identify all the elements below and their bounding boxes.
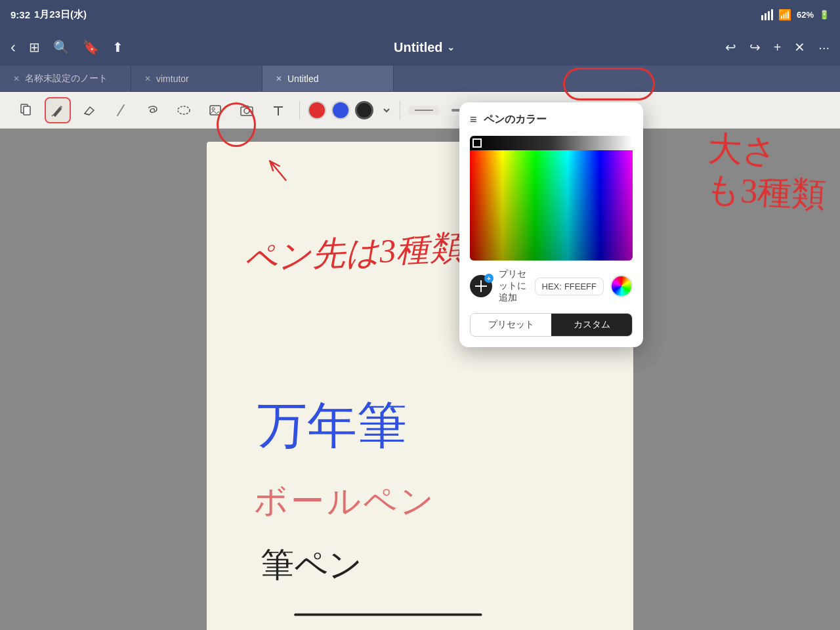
status-right: 📶 62% 🔋 [761,9,830,21]
status-left: 9:32 1月23日(水) [10,9,87,21]
eraser-tool-button[interactable] [76,97,102,123]
more-button[interactable]: ··· [818,40,830,55]
add-preset-label[interactable]: プリセットに追加 [499,268,528,304]
size-small-line [415,110,433,111]
hex-value[interactable]: FFEEFF [564,282,597,291]
page-tool-button[interactable] [13,97,39,123]
add-preset-button[interactable]: + [470,275,492,297]
tab-untitled[interactable]: ✕ Untitled [262,66,394,91]
text-tool-button[interactable] [265,97,291,123]
popup-header: ≡ ペンのカラー [470,113,633,127]
hex-input[interactable]: HEX: FFEEFF [535,278,604,295]
back-button[interactable]: ‹ [10,38,16,56]
svg-text:万年筆: 万年筆 [257,398,407,453]
battery-level: 62% [797,10,814,20]
battery-icon: 🔋 [819,10,830,20]
separator [299,101,300,119]
svg-point-5 [150,110,151,112]
title-chevron: ⌄ [447,42,455,52]
nav-right: ↩ ↪ + ✕ ··· [725,39,830,55]
bookmark-button[interactable]: 🔖 [83,39,99,55]
tab-close-icon[interactable]: ✕ [276,74,282,83]
camera-tool-button[interactable] [234,97,260,123]
signal-icon [761,9,773,20]
tab-label: vimtutor [156,74,189,84]
close-button[interactable]: ✕ [794,39,805,55]
color-red[interactable] [308,101,326,119]
pencil-tool-button[interactable] [108,97,134,123]
preset-tab-button[interactable]: プリセット [471,314,551,336]
svg-line-4 [117,105,124,116]
tab-close-icon[interactable]: ✕ [144,74,151,83]
add-button[interactable]: + [774,40,782,55]
filter-icon: ≡ [470,113,477,127]
share-button[interactable]: ⬆ [112,39,123,55]
custom-tab-button[interactable]: カスタム [551,314,632,336]
hex-label: HEX: [542,282,562,291]
undo-button[interactable]: ↩ [725,39,736,55]
date: 1月23日(水) [34,9,87,21]
redo-button[interactable]: ↪ [749,39,761,55]
canvas-area[interactable]: ペン先は3種類 万年筆 ボールペン 筆ペン [0,129,840,630]
svg-rect-1 [24,106,30,115]
plus-icon: + [484,274,494,283]
svg-text:ボールペン: ボールペン [254,483,436,520]
tab-vimtutor[interactable]: ✕ vimtutor [131,66,262,91]
color-blue[interactable] [331,101,350,119]
svg-point-6 [178,106,190,114]
color-tab-switcher: プリセット カスタム [470,313,633,337]
wifi-icon: 📶 [778,9,791,21]
color-dropdown[interactable] [381,105,392,116]
tab-label: Untitled [287,74,318,84]
lasso-tool-button[interactable] [139,97,165,123]
nav-title: Untitled ⌄ [136,40,712,55]
popup-title: ペンのカラー [484,113,547,127]
tabs-bar: ✕ 名称未設定のノート ✕ vimtutor ✕ Untitled [0,66,840,92]
pen-tool-button[interactable] [45,97,71,123]
tab-meisho[interactable]: ✕ 名称未設定のノート [0,66,131,91]
grid-button[interactable]: ⊞ [29,39,40,55]
color-picker-popup: ≡ ペンのカラー + プリセットに追加 HEX: FFEEFF プリセット カス… [459,102,643,347]
main-area: ペン先は3種類 万年筆 ボールペン 筆ペン [0,129,840,630]
svg-line-2 [52,115,53,116]
status-bar: 9:32 1月23日(水) 📶 62% 🔋 [0,0,840,29]
color-wheel-button[interactable] [610,275,633,297]
nav-bar: ‹ ⊞ 🔍 🔖 ⬆ Untitled ⌄ ↩ ↪ + ✕ ··· [0,29,840,66]
search-button[interactable]: 🔍 [53,39,70,55]
time: 9:32 [10,9,30,20]
tab-close-icon[interactable]: ✕ [13,74,20,83]
svg-point-8 [212,108,215,110]
size-small-button[interactable] [408,106,440,115]
svg-text:ペン先は3種類: ペン先は3種類 [243,228,469,277]
svg-rect-7 [210,106,220,115]
color-selector-dot[interactable] [472,138,482,148]
color-gradient[interactable] [470,136,633,261]
image-tool-button[interactable] [202,97,228,123]
tab-label: 名称未設定のノート [25,73,108,85]
separator2 [400,101,400,119]
svg-point-10 [244,108,249,114]
select-tool-button[interactable] [171,97,197,123]
tool-bar [0,92,840,129]
popup-bottom: + プリセットに追加 HEX: FFEEFF [470,268,633,304]
svg-text:筆ペン: 筆ペン [261,547,362,583]
color-black[interactable] [355,101,373,119]
